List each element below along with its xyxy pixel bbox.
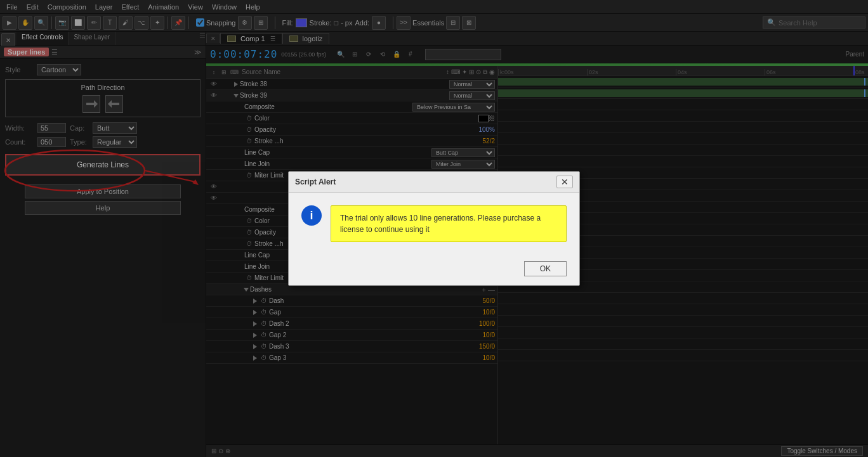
dialog-footer: OK	[289, 255, 579, 285]
dialog-title-bar: Script Alert ✕	[289, 172, 579, 193]
script-alert-dialog: Script Alert ✕ i The trial only allows 1…	[288, 171, 580, 286]
dialog-body: i The trial only allows 10 line generati…	[289, 193, 579, 255]
dialog-message: The trial only allows 10 line generation…	[331, 205, 567, 242]
dialog-info-icon: i	[301, 205, 322, 226]
dialog-title: Script Alert	[295, 177, 336, 186]
dialog-close-button[interactable]: ✕	[556, 176, 573, 188]
dialog-overlay: Script Alert ✕ i The trial only allows 1…	[0, 0, 868, 457]
dialog-ok-button[interactable]: OK	[524, 261, 567, 276]
